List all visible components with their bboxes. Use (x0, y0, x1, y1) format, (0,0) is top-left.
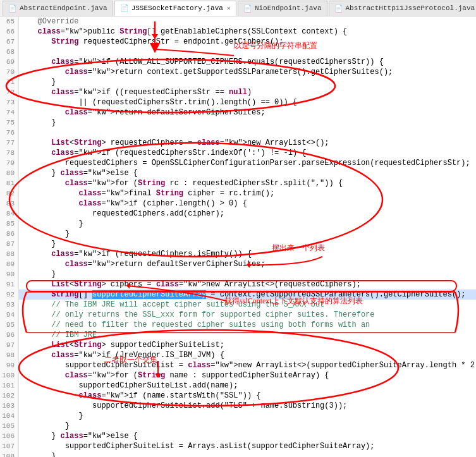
table-row: 89 class="kw">return defaultServerCipher… (0, 259, 476, 269)
annotation-list-out: 摆出来一个列表 (272, 243, 325, 253)
line-number: 97 (0, 340, 19, 350)
line-content: // only returns the SSL_xxx form for sup… (19, 310, 476, 320)
line-number: 71 (0, 77, 19, 87)
line-content: class="kw">return context.getSupportedSS… (19, 67, 476, 77)
table-row: 87 } (0, 239, 476, 249)
line-content: class="kw">if (cipher.length() > 0) { (19, 198, 476, 209)
line-number: 90 (0, 269, 19, 279)
tab-icon-abstract: 📄 (8, 4, 17, 13)
line-content: class="kw">return defaultServerCipherSui… (19, 259, 476, 269)
table-row: 98 class="kw">if (JreVendor.IS_IBM_JVM) … (0, 350, 476, 360)
line-content: class="kw">return defaultServerCipherSui… (19, 107, 476, 118)
tab-label-jsse: JSSESocketFactory.java (131, 4, 223, 12)
line-number: 105 (0, 421, 19, 431)
tab-bar: 📄 AbstractEndpoint.java 📄 JSSESocketFact… (0, 0, 476, 16)
line-number: 99 (0, 360, 19, 370)
table-row: 75 } (0, 118, 476, 128)
line-content: // IBM JRE. (19, 330, 476, 340)
table-row: 99 supportedCipherSuiteList = class="kw"… (0, 360, 476, 370)
table-row: 71 } (0, 77, 476, 87)
tab-icon-http11: 📄 (334, 4, 343, 13)
table-row: 66 class="kw">public String[] getEnablab… (0, 27, 476, 37)
tab-abstract-http11[interactable]: 📄 AbstractHttp11JsseProtocol.java (329, 1, 476, 16)
line-content: } (19, 269, 476, 279)
line-content: class="kw">for (String name : supportedC… (19, 370, 476, 381)
table-row: 82 class="kw">final String cipher = rc.t… (0, 188, 476, 198)
line-number: 107 (0, 441, 19, 451)
line-content: requestedCiphers = OpenSSLCipherConfigur… (19, 158, 476, 168)
line-number: 85 (0, 219, 19, 229)
line-number: 100 (0, 370, 19, 381)
tab-abstract-endpoint[interactable]: 📄 AbstractEndpoint.java (3, 1, 113, 16)
table-row: 81 class="kw">for (String rc : requested… (0, 178, 476, 188)
table-row: 80 } class="kw">else { (0, 168, 476, 178)
line-number: 75 (0, 118, 19, 128)
table-row: 78 class="kw">if (requestedCiphersStr.in… (0, 148, 476, 158)
line-number: 69 (0, 57, 19, 67)
line-number: 106 (0, 431, 19, 441)
line-number: 79 (0, 158, 19, 168)
line-content: } class="kw">else { (19, 431, 476, 441)
table-row: 84 requestedCiphers.add(cipher); (0, 209, 476, 219)
line-number: 104 (0, 411, 19, 421)
line-number: 73 (0, 97, 19, 107)
annotation-ssl-context: 获得sslContext上下文默认支持的算法列表 (224, 296, 363, 307)
line-content: class="kw">final String cipher = rc.trim… (19, 188, 476, 198)
tab-jsse-socket-factory[interactable]: 📄 JSSESocketFactory.java ✕ (114, 1, 236, 16)
table-row: 79 requestedCiphers = OpenSSLCipherConfi… (0, 158, 476, 168)
line-content: supportedCipherSuiteList = class="kw">ne… (19, 360, 476, 370)
line-content: class="kw">public String[] getEnablableC… (19, 27, 476, 37)
table-row: 103 supportedCipherSuiteList.add("TLS" +… (0, 401, 476, 411)
line-number: 72 (0, 87, 19, 97)
line-number: 91 (0, 279, 19, 289)
line-number: 83 (0, 198, 19, 209)
line-number: 68 (0, 47, 19, 57)
line-number: 101 (0, 381, 19, 391)
table-row: 70 class="kw">return context.getSupporte… (0, 67, 476, 77)
line-number: 74 (0, 107, 19, 118)
line-number: 95 (0, 320, 19, 330)
line-number: 65 (0, 16, 19, 27)
tab-nio-endpoint[interactable]: 📄 NioEndpoint.java (238, 1, 327, 16)
table-row: 72 class="kw">if ((requestedCiphersStr =… (0, 87, 476, 97)
line-number: 78 (0, 148, 19, 158)
line-content: class="kw">if (JreVendor.IS_IBM_JVM) { (19, 350, 476, 360)
table-row: 91 List<String> ciphers = class="kw">new… (0, 279, 476, 289)
tab-label-http11: AbstractHttp11JsseProtocol.java (346, 4, 475, 12)
line-number: 82 (0, 188, 19, 198)
close-icon-jsse[interactable]: ✕ (227, 4, 231, 12)
line-number: 86 (0, 229, 19, 239)
table-row: 101 supportedCipherSuiteList.add(name); (0, 381, 476, 391)
line-content: supportedCipherSuiteList.add(name); (19, 381, 476, 391)
line-number: 89 (0, 259, 19, 269)
line-content: } (19, 451, 476, 457)
line-number: 70 (0, 67, 19, 77)
table-row: 96 // IBM JRE. (0, 330, 476, 340)
line-number: 88 (0, 249, 19, 259)
annotation-comma-separated: 以逗号分隔的字符串配置 (234, 40, 317, 51)
line-content: // need to filter the requested cipher s… (19, 320, 476, 330)
line-content: } (19, 219, 476, 229)
line-content: } (19, 118, 476, 128)
line-number: 77 (0, 138, 19, 148)
tab-icon-jsse: 📄 (120, 4, 129, 12)
line-content: requestedCiphers.add(cipher); (19, 209, 476, 219)
line-content: } (19, 239, 476, 249)
line-number: 92 (0, 289, 19, 300)
line-number: 98 (0, 350, 19, 360)
line-content: } (19, 411, 476, 421)
tab-label-nio: NioEndpoint.java (255, 4, 322, 12)
line-content: class="kw">for (String rc : requestedCip… (19, 178, 476, 188)
line-content: List<String> ciphers = class="kw">new Ar… (19, 279, 476, 289)
line-number: 66 (0, 27, 19, 37)
table-row: 69 class="kw">if (ALLOW_ALL_SUPPORTED_CI… (0, 57, 476, 67)
table-row: 73 || (requestedCiphersStr.trim().length… (0, 97, 476, 107)
line-number: 96 (0, 330, 19, 340)
code-lines: 65 @Override66 class="kw">public String[… (0, 16, 476, 457)
line-content: } (19, 229, 476, 239)
table-row: 105 } (0, 421, 476, 431)
line-content: class="kw">if (requestedCiphersStr.index… (19, 148, 476, 158)
table-row: 90 } (0, 269, 476, 279)
line-number: 108 (0, 451, 19, 457)
table-row: 95 // need to filter the requested ciphe… (0, 320, 476, 330)
